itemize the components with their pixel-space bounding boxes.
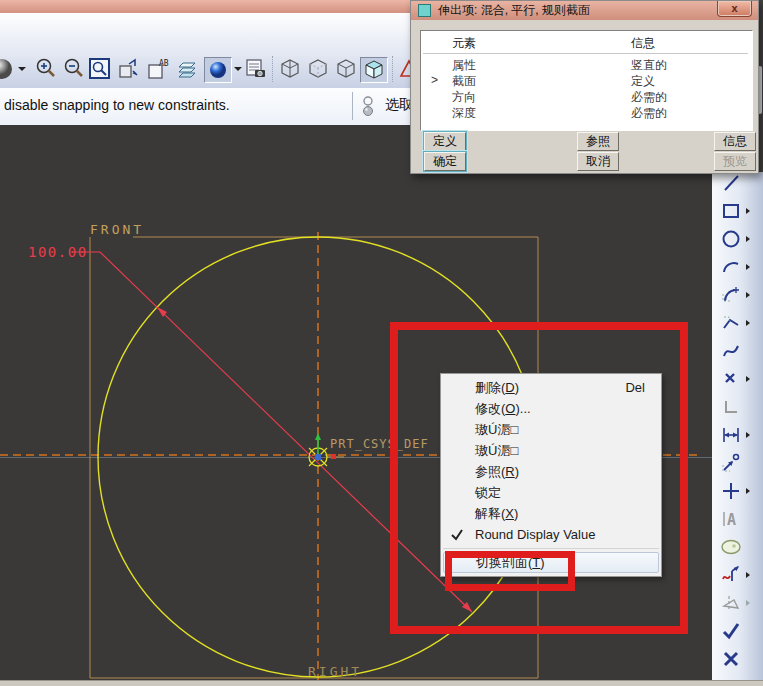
no-hidden-display-icon[interactable] <box>334 57 358 81</box>
mirror-tool[interactable] <box>716 590 760 616</box>
spline-tool[interactable] <box>716 338 760 364</box>
element-table[interactable]: 元素 信息 属性竖直的 >截面定义 方向必需的 深度必需的 <box>420 30 753 131</box>
fillet-tool[interactable] <box>716 282 760 308</box>
dialog-title: 伸出项: 混合, 平行, 规则截面 <box>438 2 590 19</box>
modify-dimension-tool[interactable] <box>716 450 760 476</box>
view-manager-icon[interactable] <box>244 57 268 81</box>
feature-dialog: 伸出项: 混合, 平行, 规则截面 x 元素 信息 属性竖直的 >截面定义 方向… <box>410 0 759 174</box>
sphere-dropdown-arrow[interactable] <box>18 67 26 71</box>
ok-button[interactable]: 确定 <box>424 152 466 171</box>
circle-flyout-arrow[interactable] <box>746 236 750 242</box>
wireframe-display-icon[interactable] <box>278 57 302 81</box>
trim-tool[interactable] <box>716 562 760 588</box>
hidden-line-display-icon[interactable] <box>306 57 330 81</box>
header-divider <box>423 53 748 54</box>
zoom-in-icon[interactable] <box>34 57 58 81</box>
datum-display-toggle[interactable] <box>204 57 232 83</box>
mirror-flyout-arrow[interactable] <box>746 600 750 606</box>
define-button[interactable]: 定义 <box>424 132 466 151</box>
window-bottom-edge <box>0 680 763 686</box>
table-row[interactable]: 方向必需的 <box>421 89 752 105</box>
cancel-button[interactable] <box>716 646 760 672</box>
constraint-flyout-arrow[interactable] <box>746 488 750 494</box>
column-header-element: 元素 <box>452 35 476 52</box>
app-window: AB disable snapping to new con <box>0 0 763 686</box>
toolbar-separator <box>272 56 274 82</box>
table-row[interactable]: 深度必需的 <box>421 105 752 121</box>
text-tool[interactable]: A <box>716 506 760 532</box>
svg-text:A: A <box>727 511 736 529</box>
trim-flyout-arrow[interactable] <box>746 572 750 578</box>
right-plane-label[interactable]: RIGHT <box>308 664 362 679</box>
zoom-window-icon[interactable] <box>88 57 112 81</box>
preview-button[interactable]: 预览 <box>714 152 756 171</box>
snap-pin-icon[interactable] <box>360 94 378 120</box>
named-views-icon[interactable]: AB <box>146 57 170 81</box>
shaded-display-toggle[interactable] <box>360 57 388 83</box>
coordinate-system-tool[interactable] <box>716 394 760 420</box>
column-header-info: 信息 <box>631 35 655 52</box>
done-button[interactable] <box>716 618 760 644</box>
reorient-view-icon[interactable] <box>116 57 140 81</box>
info-button[interactable]: 信息 <box>714 132 756 151</box>
layers-icon[interactable] <box>176 57 200 81</box>
point-flyout-arrow[interactable] <box>746 376 750 382</box>
chamfer-tool[interactable] <box>716 310 760 336</box>
rectangle-tool[interactable] <box>716 198 760 224</box>
rectangle-flyout-arrow[interactable] <box>746 208 750 214</box>
fillet-flyout-arrow[interactable] <box>746 292 750 298</box>
zoom-out-icon[interactable] <box>62 57 86 81</box>
dialog-close-button[interactable]: x <box>717 1 752 17</box>
select-mode-label: 选取 <box>385 96 413 114</box>
palette-tool[interactable] <box>716 534 760 560</box>
shaded-sphere-tool-icon[interactable] <box>0 57 14 81</box>
current-row-marker: > <box>431 73 438 87</box>
dialog-icon <box>418 4 431 17</box>
circle-tool[interactable] <box>716 226 760 252</box>
table-row[interactable]: 属性竖直的 <box>421 57 752 73</box>
dimension-flyout-arrow[interactable] <box>746 432 750 438</box>
dimension-tool[interactable] <box>716 422 760 448</box>
references-button[interactable]: 参照 <box>577 132 619 151</box>
arc-flyout-arrow[interactable] <box>746 264 750 270</box>
cancel-button[interactable]: 取消 <box>577 152 619 171</box>
datum-display-dropdown-arrow[interactable] <box>234 67 242 71</box>
annotation-rectangle-small <box>445 551 575 591</box>
status-message: disable snapping to new constraints. <box>4 97 230 113</box>
dialog-titlebar[interactable]: 伸出项: 混合, 平行, 规则截面 <box>411 1 758 20</box>
arc-tool[interactable] <box>716 254 760 280</box>
toolbar-separator <box>392 56 394 82</box>
front-plane-label[interactable]: FRONT <box>90 222 144 237</box>
statusbar-separator <box>352 92 353 120</box>
point-tool[interactable] <box>716 366 760 392</box>
constraint-tool[interactable] <box>716 478 760 504</box>
table-row[interactable]: >截面定义 <box>421 73 752 89</box>
sketcher-toolbar: A <box>712 125 763 680</box>
dimension-value[interactable]: 100.00 <box>28 244 88 260</box>
chamfer-flyout-arrow[interactable] <box>746 320 750 326</box>
named-views-label: AB <box>159 59 169 68</box>
